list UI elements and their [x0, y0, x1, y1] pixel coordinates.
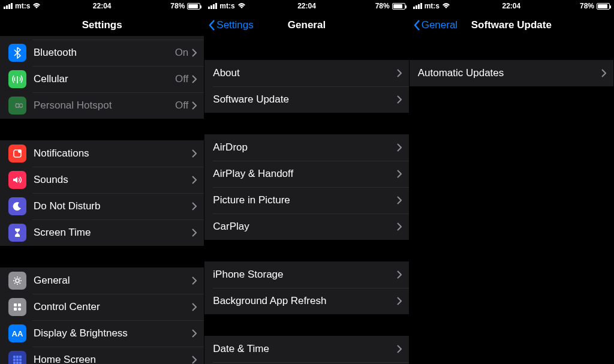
clock: 22:04 [93, 2, 112, 10]
chevron-right-icon [397, 196, 402, 204]
row-do-not-disturb[interactable]: Do Not Disturb [0, 193, 204, 219]
svg-rect-9 [19, 356, 22, 358]
row-screen-time[interactable]: Screen Time [0, 219, 204, 246]
hotspot-icon [8, 97, 26, 115]
cellular-value: Off [175, 73, 188, 85]
row-background-app-refresh[interactable]: Background App Refresh [204, 288, 408, 314]
control-center-icon [8, 298, 26, 316]
row-airplay-handoff[interactable]: AirPlay & Handoff [204, 161, 408, 187]
battery-icon [392, 3, 405, 10]
nav-bar: General Software Update [410, 12, 613, 38]
svg-rect-11 [16, 359, 19, 361]
display-icon: AA [8, 324, 26, 342]
chevron-right-icon [601, 69, 606, 77]
chevron-right-icon [192, 356, 197, 364]
row-date-time[interactable]: Date & Time [204, 336, 408, 362]
chevron-left-icon [413, 19, 420, 31]
device-group: General Control Center AA Display & Brig… [0, 267, 204, 364]
row-picture-in-picture[interactable]: Picture in Picture [204, 187, 408, 213]
row-software-update[interactable]: Software Update [204, 86, 408, 113]
settings-pane: mt:s 22:04 78% Settings Bluetooth On [0, 0, 204, 364]
chevron-right-icon [192, 202, 197, 210]
svg-rect-3 [14, 303, 17, 306]
alerts-group: Notifications Sounds Do Not Disturb [0, 140, 204, 246]
back-button[interactable]: General [413, 19, 458, 31]
status-bar: mt:s 22:04 78% [410, 0, 613, 12]
bluetooth-value: On [175, 47, 189, 59]
row-automatic-updates[interactable]: Automatic Updates [410, 60, 613, 86]
battery-pct: 78% [170, 2, 185, 10]
connectivity-group: Bluetooth On Cellular Off Personal Hotsp… [0, 36, 204, 119]
svg-rect-5 [14, 308, 17, 311]
row-bluetooth[interactable]: Bluetooth On [0, 40, 204, 66]
row-cellular[interactable]: Cellular Off [0, 66, 204, 92]
software-update-pane: mt:s 22:04 78% General Software Update A… [410, 0, 614, 364]
chevron-right-icon [192, 176, 197, 184]
svg-rect-14 [16, 362, 19, 364]
bluetooth-icon [8, 44, 26, 62]
svg-point-2 [16, 279, 19, 282]
chevron-right-icon [192, 49, 197, 57]
software-update-list[interactable]: Automatic Updates [410, 38, 613, 364]
battery-icon [187, 3, 200, 10]
chevron-right-icon [397, 345, 402, 353]
hourglass-icon [8, 224, 26, 242]
chevron-right-icon [397, 170, 402, 178]
notifications-icon [8, 145, 26, 163]
wifi-icon [442, 3, 450, 9]
chevron-right-icon [192, 228, 197, 237]
battery-pct: 78% [580, 2, 594, 10]
chevron-right-icon [397, 143, 402, 152]
gear-icon [8, 272, 26, 290]
battery-pct: 78% [375, 2, 390, 10]
chevron-right-icon [397, 95, 402, 104]
row-home-screen[interactable]: Home Screen [0, 347, 204, 364]
chevron-right-icon [192, 149, 197, 158]
chevron-right-icon [192, 276, 197, 285]
chevron-right-icon [397, 222, 402, 231]
status-bar: mt:s 22:04 78% [0, 0, 204, 12]
clock: 22:04 [297, 2, 316, 10]
settings-list[interactable]: Bluetooth On Cellular Off Personal Hotsp… [0, 36, 204, 364]
signal-icon [413, 3, 422, 9]
row-about[interactable]: About [204, 60, 408, 86]
row-notifications[interactable]: Notifications [0, 140, 204, 167]
svg-rect-13 [13, 362, 16, 364]
chevron-left-icon [208, 19, 215, 31]
moon-icon [8, 197, 26, 215]
battery-icon [597, 3, 610, 10]
svg-rect-7 [13, 356, 16, 358]
nav-bar: Settings General [204, 12, 408, 38]
chevron-right-icon [192, 101, 197, 110]
clock: 22:04 [502, 2, 520, 10]
page-title: Software Update [471, 19, 552, 31]
hotspot-value: Off [175, 100, 188, 112]
carrier-label: mt:s [15, 2, 30, 10]
svg-rect-8 [16, 356, 19, 358]
page-title: General [288, 19, 326, 31]
page-title: Settings [82, 19, 122, 31]
row-airdrop[interactable]: AirDrop [204, 134, 408, 161]
back-button[interactable]: Settings [208, 19, 253, 31]
row-general[interactable]: General [0, 267, 204, 294]
chevron-right-icon [397, 270, 402, 279]
svg-rect-15 [19, 362, 22, 364]
signal-icon [4, 3, 13, 9]
row-display-brightness[interactable]: AA Display & Brightness [0, 320, 204, 347]
general-list[interactable]: About Software Update AirDrop AirPlay & … [204, 38, 408, 364]
row-iphone-storage[interactable]: iPhone Storage [204, 261, 408, 288]
carrier-label: mt:s [425, 2, 440, 10]
svg-point-6 [18, 308, 21, 311]
chevron-right-icon [397, 69, 402, 77]
svg-point-1 [18, 149, 22, 153]
nav-bar: Settings [0, 12, 204, 38]
general-pane: mt:s 22:04 78% Settings General About So… [204, 0, 409, 364]
row-personal-hotspot[interactable]: Personal Hotspot Off [0, 92, 204, 119]
row-carplay[interactable]: CarPlay [204, 213, 408, 240]
row-sounds[interactable]: Sounds [0, 167, 204, 193]
svg-rect-4 [18, 303, 21, 306]
svg-rect-10 [13, 359, 16, 361]
wifi-icon [237, 3, 246, 9]
carrier-label: mt:s [219, 2, 234, 10]
row-control-center[interactable]: Control Center [0, 294, 204, 320]
